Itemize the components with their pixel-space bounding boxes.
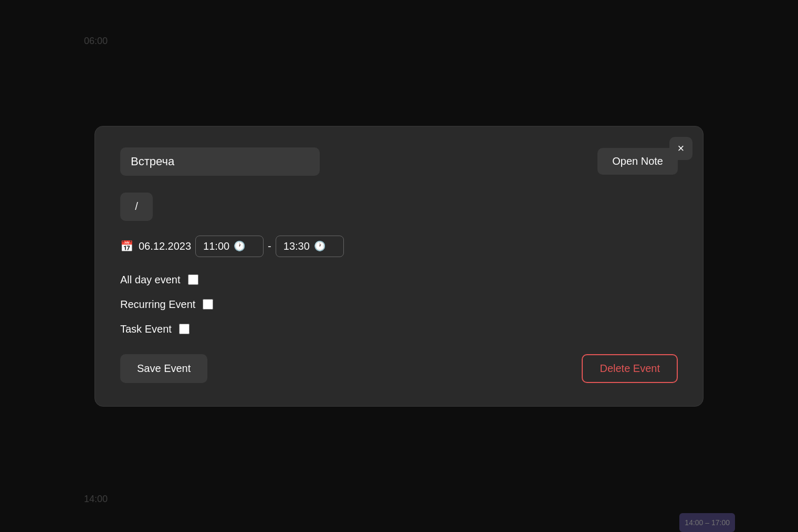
- slash-button[interactable]: /: [120, 193, 153, 221]
- time-start-input[interactable]: 11:00 🕐: [195, 236, 264, 257]
- all-day-label: All day event: [120, 274, 181, 286]
- datetime-row: 📅 06.12.2023 11:00 🕐 - 13:30 🕐: [120, 236, 678, 257]
- event-title-input[interactable]: [120, 147, 320, 176]
- open-note-button[interactable]: Open Note: [597, 148, 678, 175]
- all-day-row: All day event: [120, 274, 678, 286]
- task-row: Task Event: [120, 323, 678, 335]
- clock-end-icon: 🕐: [314, 240, 326, 252]
- time-separator: -: [268, 240, 271, 252]
- recurring-row: Recurring Event: [120, 299, 678, 311]
- delete-button[interactable]: Delete Event: [582, 354, 678, 383]
- time-end-input[interactable]: 13:30 🕐: [276, 236, 344, 257]
- date-field: 📅 06.12.2023: [120, 240, 191, 252]
- calendar-icon: 📅: [120, 240, 133, 252]
- close-button[interactable]: ×: [669, 137, 692, 160]
- time-end-value: 13:30: [284, 240, 310, 252]
- task-label: Task Event: [120, 323, 172, 335]
- event-modal: × Open Note / 📅 06.12.2023 11:00 🕐 - 13:…: [94, 126, 704, 407]
- task-checkbox[interactable]: [179, 324, 190, 334]
- save-button[interactable]: Save Event: [120, 354, 207, 383]
- all-day-checkbox[interactable]: [188, 274, 198, 285]
- time-start-value: 11:00: [203, 240, 229, 252]
- clock-start-icon: 🕐: [234, 240, 245, 252]
- date-value: 06.12.2023: [139, 240, 191, 252]
- modal-header: Open Note: [120, 147, 678, 176]
- recurring-checkbox[interactable]: [203, 299, 213, 310]
- modal-footer: Save Event Delete Event: [120, 354, 678, 383]
- recurring-label: Recurring Event: [120, 299, 195, 311]
